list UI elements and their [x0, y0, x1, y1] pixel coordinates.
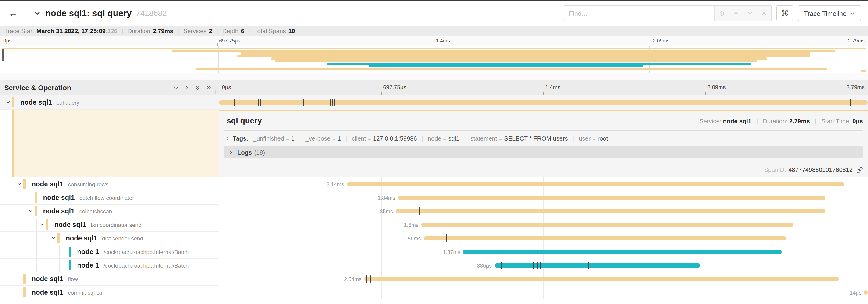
service-name: node sql1colbatchscan [43, 207, 112, 215]
span-tree-cell[interactable]: node sql1consuming rows [0, 177, 219, 191]
mini-span-bar [196, 67, 827, 70]
service-color-bar [23, 179, 26, 189]
span-bar[interactable] [364, 277, 839, 281]
trace-title-group[interactable]: node sql1: sql query 7418682 [26, 8, 563, 19]
service-operation-title: Service & Operation [4, 83, 71, 92]
span-bar[interactable] [398, 196, 826, 200]
axis-label: 697.75μs [383, 84, 406, 91]
logs-accordion[interactable]: Logs (18) [224, 146, 863, 158]
row-chevron-down-icon[interactable] [51, 236, 56, 241]
span-id-label: SpanID: [764, 166, 786, 173]
keyboard-shortcuts-button[interactable]: ⌘ [776, 5, 793, 22]
duration-label: 1.37ms [443, 249, 460, 255]
span-row[interactable]: node sql1dist sender send1.56ms [0, 232, 868, 245]
log-tick [330, 99, 331, 106]
match-highlight-icon[interactable] [718, 10, 725, 16]
span-tree-cell[interactable]: node 1/cockroach.roachpb.Internal/Batch [0, 259, 219, 272]
prev-result-icon[interactable] [733, 10, 739, 16]
span-timeline-cell[interactable] [219, 95, 868, 110]
log-tick [700, 262, 700, 269]
log-tick [377, 99, 378, 106]
span-bar[interactable] [422, 223, 793, 227]
duration-label: 2.14ms [327, 181, 344, 187]
span-tree-cell[interactable]: node sql1batch flow coordinator [0, 191, 219, 205]
span-timeline-cell[interactable]: 1.85ms [219, 205, 868, 218]
span-row[interactable]: node sql1flow2.04ms [0, 272, 868, 286]
span-row[interactable]: node 1/cockroach.roachpb.Internal/Batch8… [0, 259, 868, 272]
span-timeline-cell[interactable]: 1.37ms [219, 245, 868, 259]
row-chevron-down-icon[interactable] [39, 222, 44, 227]
tags-accordion[interactable]: Tags: _unfinished=1|_verbose=1|client=12… [223, 131, 864, 142]
tag-item: _unfinished=1 [253, 135, 294, 142]
minimap-canvas[interactable] [2, 46, 866, 73]
minimap-left-scrubber[interactable] [2, 49, 4, 61]
row-chevron-down-icon[interactable] [17, 181, 22, 187]
clear-search-icon[interactable] [761, 10, 767, 16]
span-timeline-cell[interactable]: 2.14ms [219, 177, 868, 191]
span-tree-cell[interactable]: node sql1commit sql txn [0, 286, 219, 299]
span-row[interactable]: node 1/cockroach.roachpb.Internal/Batch1… [0, 245, 868, 259]
log-tick [704, 262, 705, 269]
span-tree-cell[interactable]: node 1/cockroach.roachpb.Internal/Batch [0, 245, 219, 259]
span-tree-cell[interactable]: node sql1txn coordinator send [0, 218, 219, 232]
span-detail-panel: sql query Service: node sql1 | Duration:… [219, 110, 868, 177]
services-value: 2 [209, 28, 212, 35]
timeline-axis: 0μs697.75μs1.4ms2.09ms2.79ms [219, 80, 868, 95]
next-result-icon[interactable] [747, 10, 753, 16]
collapse-title-chevron-down-icon[interactable] [34, 10, 41, 17]
span-tree-cell[interactable]: node sql1dist sender send [0, 232, 219, 245]
find-input[interactable] [563, 6, 714, 21]
span-tree-cell[interactable]: node sql1colbatchscan [0, 205, 219, 218]
tag-item: node=sql1 [428, 135, 460, 142]
collapse-one-icon[interactable] [173, 85, 179, 90]
operation-name: flow [68, 276, 78, 282]
span-row[interactable]: node sql1commit sql txn14μs [0, 286, 868, 299]
log-tick [519, 262, 520, 269]
expand-one-icon[interactable] [184, 85, 190, 90]
span-bar[interactable] [424, 236, 786, 240]
service-color-bar [35, 193, 37, 203]
service-color-bar [23, 288, 26, 298]
span-timeline-cell[interactable]: 14μs [219, 286, 868, 299]
collapse-all-icon[interactable] [195, 84, 200, 91]
mini-span-bar [369, 65, 643, 67]
service-color-bar [57, 233, 60, 243]
span-row[interactable]: node sql1txn coordinator send1.6ms [0, 218, 868, 232]
log-tick [588, 262, 589, 269]
span-tree-cell[interactable]: node sql1sql query [0, 95, 219, 110]
span-timeline-cell[interactable]: 1.84ms [219, 191, 868, 205]
span-bar[interactable] [864, 291, 868, 295]
duration-label: 886μs [477, 263, 492, 268]
deep-link-icon[interactable] [856, 167, 863, 173]
back-button[interactable]: ← [0, 1, 26, 26]
span-bar[interactable] [495, 263, 701, 268]
mini-span-bar [327, 63, 751, 65]
span-timeline-cell[interactable]: 1.6ms [219, 218, 868, 232]
span-bar[interactable] [347, 182, 844, 186]
span-row[interactable]: node sql1consuming rows2.14ms [0, 177, 868, 191]
log-tick [370, 275, 371, 283]
span-tree-cell[interactable]: node sql1flow [0, 272, 219, 286]
span-row[interactable]: node sql1batch flow coordinator1.84ms [0, 191, 868, 205]
span-timeline-cell[interactable]: 2.04ms [219, 272, 868, 286]
log-tick [324, 99, 324, 106]
column-resizer-handle[interactable]: || [215, 89, 218, 94]
trace-view-selector[interactable]: Trace Timeline [798, 5, 861, 22]
top-bar: ← node sql1: sql query 7418682 [0, 1, 868, 26]
operation-name: /cockroach.roachpb.Internal/Batch [103, 263, 188, 269]
span-detail-row: sql query Service: node sql1 | Duration:… [0, 110, 868, 177]
span-row[interactable]: node sql1sql query [0, 95, 868, 110]
log-tick [258, 99, 258, 106]
span-bar[interactable] [463, 250, 782, 254]
row-chevron-down-icon[interactable] [5, 100, 10, 105]
log-tick [234, 99, 235, 106]
expand-all-icon[interactable] [206, 85, 212, 90]
service-name: node sql1sql query [20, 99, 80, 106]
span-timeline-cell[interactable]: 1.56ms [219, 232, 868, 245]
span-bar[interactable] [396, 209, 826, 213]
span-bar[interactable] [219, 100, 868, 105]
span-row[interactable]: node sql1colbatchscan1.85ms [0, 205, 868, 218]
span-timeline-cell[interactable]: 886μs [219, 259, 868, 272]
row-chevron-down-icon[interactable] [28, 208, 33, 214]
top-bar-actions: ⌘ Trace Timeline [563, 5, 868, 22]
